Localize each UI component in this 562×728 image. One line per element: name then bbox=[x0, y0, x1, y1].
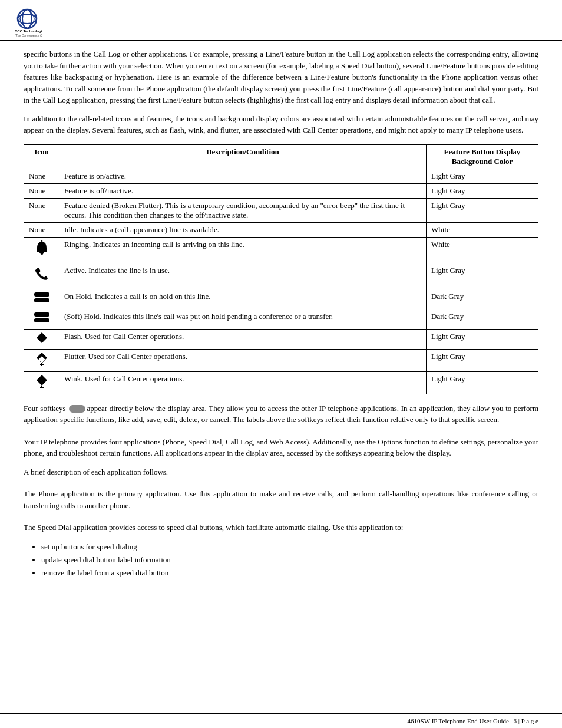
table-cell-icon-hold1 bbox=[24, 289, 59, 309]
table-row: On Hold. Indicates a call is on hold on … bbox=[24, 289, 538, 309]
table-cell-desc: Flutter. Used for Call Center operations… bbox=[59, 349, 427, 371]
svg-rect-9 bbox=[34, 298, 49, 302]
svg-point-0 bbox=[18, 9, 37, 28]
table-header-color: Feature Button DisplayBackground Color bbox=[427, 144, 538, 169]
phone-paragraph: The Phone application is the primary app… bbox=[24, 488, 538, 511]
table-row: None Feature is on/active. Light Gray bbox=[24, 169, 538, 183]
table-header-icon: Icon bbox=[24, 144, 59, 169]
svg-marker-12 bbox=[37, 332, 47, 343]
table-cell-color: Light Gray bbox=[427, 198, 538, 222]
table-cell-icon: None bbox=[24, 183, 59, 198]
page: CCC Technologies, Inc. "The Convergence … bbox=[0, 0, 562, 728]
footer: 4610SW IP Telephone End User Guide | 6 |… bbox=[0, 713, 562, 728]
handset-icon bbox=[34, 266, 49, 284]
table-cell-icon-flash bbox=[24, 329, 59, 349]
table-cell-color: Dark Gray bbox=[427, 309, 538, 329]
speeddial-paragraph: The Speed Dial application provides acce… bbox=[24, 522, 538, 533]
svg-text:CCC Technologies, Inc.: CCC Technologies, Inc. bbox=[15, 29, 42, 33]
table-cell-icon: None bbox=[24, 222, 59, 237]
table-cell-desc: On Hold. Indicates a call is on hold on … bbox=[59, 289, 427, 309]
diamond-icon bbox=[36, 332, 48, 344]
footer-text: 4610SW IP Telephone End User Guide | 6 |… bbox=[408, 717, 538, 724]
intro-paragraph-1: specific buttons in the Call Log or othe… bbox=[24, 48, 538, 106]
table-cell-color: White bbox=[427, 237, 538, 263]
table-cell-icon-wink bbox=[24, 371, 59, 394]
bell-icon bbox=[34, 240, 49, 258]
content: specific buttons in the Call Log or othe… bbox=[0, 41, 562, 713]
table-cell-desc: Feature is off/inactive. bbox=[59, 183, 427, 198]
list-item: update speed dial button label informati… bbox=[41, 554, 538, 566]
table-cell-color: Light Gray bbox=[427, 183, 538, 198]
table-cell-desc: Wink. Used for Call Center operations. bbox=[59, 371, 427, 394]
table-cell-icon-bell bbox=[24, 237, 59, 263]
table-row: None Feature denied (Broken Flutter). Th… bbox=[24, 198, 538, 222]
svg-point-7 bbox=[40, 252, 43, 255]
table-cell-desc: Feature denied (Broken Flutter). This is… bbox=[59, 198, 427, 222]
svg-rect-8 bbox=[34, 292, 49, 297]
company-logo: CCC Technologies, Inc. "The Convergence … bbox=[12, 6, 42, 37]
table-row: Flutter. Used for Call Center operations… bbox=[24, 349, 538, 371]
apps-paragraph: Your IP telephone provides four applicat… bbox=[24, 436, 538, 459]
logo-area: CCC Technologies, Inc. "The Convergence … bbox=[12, 6, 42, 37]
table-cell-icon-flutter bbox=[24, 349, 59, 371]
table-cell-icon: None bbox=[24, 198, 59, 222]
table-row: (Soft) Hold. Indicates this line's call … bbox=[24, 309, 538, 329]
feature-table: Icon Description/Condition Feature Butto… bbox=[24, 144, 538, 394]
table-row: Flash. Used for Call Center operations. … bbox=[24, 329, 538, 349]
list-item: remove the label from a speed dial butto… bbox=[41, 566, 538, 579]
hold1-icon bbox=[34, 292, 50, 304]
flutter-icon bbox=[36, 352, 48, 366]
table-cell-color: Light Gray bbox=[427, 371, 538, 394]
list-item: set up buttons for speed dialing bbox=[41, 541, 538, 554]
table-cell-desc: Feature is on/active. bbox=[59, 169, 427, 183]
table-cell-color: Light Gray bbox=[427, 169, 538, 183]
speeddial-bullet-list: set up buttons for speed dialing update … bbox=[41, 541, 538, 579]
table-cell-desc: Flash. Used for Call Center operations. bbox=[59, 329, 427, 349]
softkey-pill-icon bbox=[69, 405, 85, 413]
svg-point-5 bbox=[41, 240, 42, 242]
table-cell-desc: (Soft) Hold. Indicates this line's call … bbox=[59, 309, 427, 329]
softkey-paragraph: Four softkeys appear directly below the … bbox=[24, 403, 538, 426]
svg-marker-17 bbox=[37, 375, 47, 386]
table-cell-desc: Ringing. Indicates an incoming call is a… bbox=[59, 237, 427, 263]
table-cell-icon: None bbox=[24, 169, 59, 183]
table-row: None Feature is off/inactive. Light Gray bbox=[24, 183, 538, 198]
hold2-icon bbox=[34, 312, 50, 324]
table-cell-icon-hold2 bbox=[24, 309, 59, 329]
table-cell-desc: Idle. Indicates a (call appearance) line… bbox=[59, 222, 427, 237]
svg-rect-10 bbox=[34, 312, 49, 317]
svg-text:"The Convergence Company": "The Convergence Company" bbox=[15, 34, 42, 37]
table-row: Wink. Used for Call Center operations. L… bbox=[24, 371, 538, 394]
table-cell-color: Light Gray bbox=[427, 263, 538, 289]
intro-paragraph-2: In addition to the call-related icons an… bbox=[24, 113, 538, 136]
table-cell-color: Light Gray bbox=[427, 349, 538, 371]
table-cell-color: White bbox=[427, 222, 538, 237]
table-cell-icon-handset bbox=[24, 263, 59, 289]
table-row: Ringing. Indicates an incoming call is a… bbox=[24, 237, 538, 263]
svg-rect-11 bbox=[34, 318, 49, 322]
table-cell-desc: Active. Indicates the line is in use. bbox=[59, 263, 427, 289]
table-row: Active. Indicates the line is in use. Li… bbox=[24, 263, 538, 289]
table-header-description: Description/Condition bbox=[59, 144, 427, 169]
table-cell-color: Dark Gray bbox=[427, 289, 538, 309]
wink-icon bbox=[36, 374, 48, 388]
header: CCC Technologies, Inc. "The Convergence … bbox=[0, 0, 562, 41]
apps-brief: A brief description of each application … bbox=[24, 466, 538, 478]
table-cell-color: Light Gray bbox=[427, 329, 538, 349]
table-row: None Idle. Indicates a (call appearance)… bbox=[24, 222, 538, 237]
